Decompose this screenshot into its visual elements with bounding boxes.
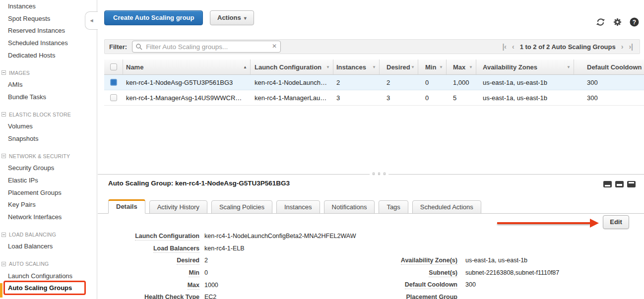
sidebar-section-network-security[interactable]: NETWORK & SECURITY [0,150,97,163]
column-header-default-cooldown[interactable]: Default Cooldown [574,60,644,74]
sidebar-item-snapshots[interactable]: Snapshots [0,133,97,145]
checkbox-icon[interactable] [110,63,117,70]
tab-scaling-policies[interactable]: Scaling Policies [211,200,272,214]
column-header-availability-zones[interactable]: Availability Zones ▼ [476,60,574,74]
sidebar-section-images[interactable]: IMAGES [0,66,97,79]
sidebar-item-volumes[interactable]: Volumes [0,120,97,133]
chevron-down-icon: ▾ [244,15,247,21]
table-row[interactable]: ken-rc4-1-NodeAsg-G5TU3P561BG3 ken-rc4-1… [104,75,644,90]
sidebar-item-network-interfaces[interactable]: Network Interfaces [0,211,97,224]
actions-label: Actions [217,14,241,21]
gear-icon[interactable] [613,18,622,26]
field-min: Min0 [108,268,356,280]
page-prev-icon[interactable]: ‹ [512,43,515,51]
sort-caret-icon: ▼ [411,65,415,69]
column-header-launch-configuration[interactable]: Launch Configuration ▼ [251,60,333,74]
collapse-left-icon: ◀ [90,18,93,23]
field-value: 300 [465,281,476,288]
tab-tags[interactable]: Tags [379,200,408,214]
sidebar-section-label: NETWORK & SECURITY [9,153,70,159]
sidebar-item-instances[interactable]: Instances [0,0,97,13]
create-auto-scaling-group-button[interactable]: Create Auto Scaling group [104,10,203,25]
column-label: Min [425,63,436,71]
tab-details[interactable]: Details [108,199,145,214]
edit-button[interactable]: Edit [603,215,629,229]
sort-caret-icon: ▼ [469,65,473,69]
tab-instances[interactable]: Instances [276,200,320,214]
layout-bottom-pane-icon[interactable] [603,181,612,187]
clear-filter-icon[interactable]: ✕ [272,43,277,50]
sidebar-nav: Instances Spot Requests Reserved Instanc… [0,0,97,299]
help-icon[interactable]: ? [630,17,639,27]
sidebar-item-load-balancers[interactable]: Load Balancers [0,240,97,253]
cell-min: 0 [418,79,447,86]
field-value: 2 [204,257,208,264]
cell-instances: 2 [333,79,380,86]
column-header-max[interactable]: Max ▼ [447,60,476,74]
column-label: Instances [336,63,366,71]
column-header-instances[interactable]: Instances ▼ [333,60,380,74]
sidebar-collapse-tab[interactable]: ◀ [85,11,98,30]
sidebar-section-label: LOAD BALANCING [9,232,56,238]
cell-min: 0 [418,94,447,102]
cell-desired: 2 [380,79,418,86]
cell-launch-configuration: ken-rc4-1-NodeLaunch… [251,79,333,86]
row-checkbox[interactable] [110,94,117,101]
collapse-minus-icon [1,233,6,237]
sidebar-item-amis[interactable]: AMIs [0,79,97,91]
sidebar-item-key-pairs[interactable]: Key Pairs [0,199,97,211]
filter-search-input[interactable] [132,41,281,53]
search-box: ✕ [132,41,281,53]
sort-caret-icon: ▼ [567,65,571,69]
select-all-checkbox[interactable] [104,60,123,74]
sidebar-item-elastic-ips[interactable]: Elastic IPs [0,175,97,187]
tab-notifications[interactable]: Notifications [324,200,375,214]
table-row[interactable]: ken-rc4-1-ManagerAsg-14US9WWCR… ken-rc4-… [104,90,644,106]
tab-scheduled-actions[interactable]: Scheduled Actions [412,200,481,214]
sidebar-item-spot-requests[interactable]: Spot Requests [0,13,97,25]
sidebar-item-auto-scaling-groups[interactable]: Auto Scaling Groups [0,282,97,295]
divider-drag-handle[interactable] [370,173,388,175]
layout-split-pane-icon[interactable] [615,181,624,187]
sidebar-item-bundle-tasks[interactable]: Bundle Tasks [0,91,97,104]
cell-instances: 3 [333,94,380,102]
field-value: ken-rc4-1-ELB [204,245,245,252]
column-header-min[interactable]: Min ▼ [418,60,447,74]
orange-annotation-bar [0,283,2,298]
field-label: Availability Zone(s) [401,257,457,265]
sidebar-item-security-groups[interactable]: Security Groups [0,162,97,175]
field-label: Launch Configuration [135,233,199,240]
cell-max: 5 [447,94,476,102]
sidebar-section-auto-scaling[interactable]: AUTO SCALING [0,258,97,270]
page-first-icon[interactable]: |‹ [502,43,507,51]
field-label: Max [188,282,199,290]
field-value: 0 [204,269,208,276]
page-next-icon[interactable]: › [621,43,624,51]
collapse-minus-icon [1,70,6,75]
layout-top-pane-icon[interactable] [627,181,636,187]
svg-text:?: ? [633,19,636,26]
column-header-name[interactable]: Name ▲ [123,60,251,74]
sort-asc-icon: ▲ [243,65,247,69]
sidebar-item-placement-groups[interactable]: Placement Groups [0,187,97,199]
cell-name: ken-rc4-1-ManagerAsg-14US9WWCR… [123,94,251,102]
cell-default-cooldown: 300 [574,94,644,102]
sidebar-item-scheduled-instances[interactable]: Scheduled Instances [0,37,97,50]
sidebar-item-reserved-instances[interactable]: Reserved Instances [0,25,97,37]
refresh-icon[interactable] [596,18,605,26]
page-last-icon[interactable]: ›| [629,43,633,51]
column-label: Desired [386,63,410,71]
tab-activity-history[interactable]: Activity History [149,200,207,214]
sidebar-section-ebs[interactable]: ELASTIC BLOCK STORE [0,109,97,121]
sidebar-section-load-balancing[interactable]: LOAD BALANCING [0,229,97,241]
row-checkbox-checked[interactable] [110,79,117,86]
column-header-desired[interactable]: Desired ▼ [380,60,418,74]
pane-layout-icons [603,181,636,187]
actions-button[interactable]: Actions▾ [210,10,254,25]
column-label: Name [126,63,143,71]
field-value: subnet-22163808,subnet-f1110f87 [465,269,559,276]
sidebar-item-dedicated-hosts[interactable]: Dedicated Hosts [0,50,97,62]
sidebar-item-launch-configurations[interactable]: Launch Configurations [0,270,97,283]
red-arrow-annotation [497,219,599,228]
filter-bar: Filter: ✕ |‹ ‹ 1 to 2 of 2 Auto Scaling … [104,39,640,54]
